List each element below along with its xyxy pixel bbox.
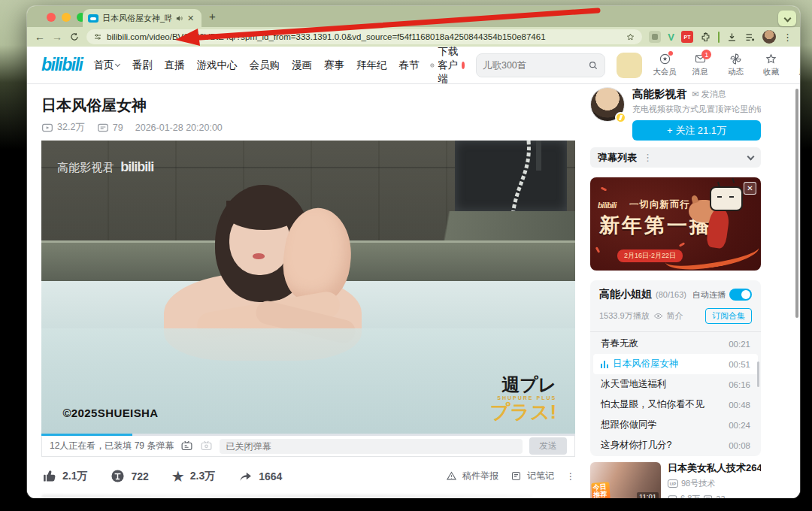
close-window-button[interactable] [47, 13, 56, 22]
danmaku-input[interactable] [220, 439, 523, 454]
reload-icon[interactable] [69, 32, 80, 42]
danmaku-list-bar[interactable]: 弹幕列表 ⋮ [590, 147, 761, 168]
search-icon[interactable] [588, 60, 598, 71]
tab-list-icon[interactable] [744, 32, 756, 43]
toolbar-divider [718, 32, 720, 43]
related-title[interactable]: 日本美女私人技术264P [668, 462, 761, 474]
collapse-chevron-button[interactable] [778, 11, 796, 26]
browser-toolbar: ← → V PT [27, 27, 800, 47]
episode-row-active[interactable]: 日本风俗屋女神 00:51 [593, 354, 758, 374]
report-icon [446, 470, 457, 482]
nav-manga[interactable]: 漫画 [292, 59, 312, 72]
nav-esports[interactable]: 赛事 [324, 59, 344, 72]
user-avatar[interactable] [617, 53, 642, 78]
uploader-info: 高能影视君 ✉ 发消息 充电视频获取方式见置顶评论里的链接 + 关注 21.1万 [632, 87, 761, 141]
nav-vip-shop[interactable]: 会员购 [249, 59, 280, 72]
extensions-puzzle-icon[interactable] [700, 32, 711, 43]
back-icon[interactable]: ← [35, 32, 45, 42]
nav-home[interactable]: 首页 [93, 59, 120, 72]
tab-close-icon[interactable]: ✕ [187, 14, 194, 23]
related-uploader[interactable]: UP 98号技术 [668, 478, 761, 489]
uploader-card: 高能影视君 ✉ 发消息 充电视频获取方式见置顶评论里的链接 + 关注 21.1万 [590, 87, 761, 141]
download-client-link[interactable]: 下载客户端 [430, 47, 465, 86]
header-item-favorites[interactable]: 收藏 [759, 53, 784, 77]
header-item-vip[interactable]: 大会员 [652, 53, 677, 77]
collection-card: 高能小姐姐 (80/163) 自动连播 1533.9万播放 简 [590, 280, 761, 456]
banner-close-icon[interactable]: ✕ [744, 182, 756, 195]
vue-devtools-icon[interactable]: V [668, 32, 674, 43]
pt-extension-icon[interactable]: PT [681, 31, 693, 43]
danmaku-settings-icon[interactable] [180, 440, 193, 452]
video-stats: 32.2万 79 2026-01-28 20:20:00 [41, 121, 575, 134]
note-icon [511, 470, 522, 482]
episode-row[interactable]: 怕太显眼，又怕你看不见 00:48 [599, 395, 752, 415]
danmaku-count: 79 [97, 122, 123, 134]
episode-row[interactable]: 想跟你做同学 00:24 [599, 415, 752, 435]
subscribe-collection-button[interactable]: 订阅合集 [705, 308, 752, 324]
forward-icon[interactable]: → [52, 32, 62, 42]
window-controls[interactable] [47, 13, 86, 22]
follow-button[interactable]: + 关注 21.1万 [632, 120, 761, 141]
search-input[interactable] [483, 60, 583, 71]
header-item-history[interactable]: 历史 [794, 53, 800, 77]
share-button[interactable]: 1664 [238, 468, 282, 484]
like-button[interactable]: 2.1万 [41, 468, 87, 484]
nav-bangumi[interactable]: 番剧 [132, 59, 152, 72]
episode-row[interactable]: 这身材你爱了吗? 00:10 [599, 455, 752, 456]
favorites-star-icon [765, 53, 777, 65]
collection-scrollbar[interactable] [757, 361, 759, 387]
page-scrollbar[interactable] [795, 89, 798, 318]
video-player[interactable]: 高能影视君 bilibili ©2025SHUEISHA 週プレ SHUPURE… [41, 141, 575, 434]
autoplay-toggle[interactable] [729, 289, 752, 301]
danmaku-send-button[interactable]: 发送 [529, 437, 567, 455]
browser-tab[interactable]: 日本风俗屋女神_哔哩哔哩_ ✕ [83, 9, 201, 27]
minimize-window-button[interactable] [62, 13, 71, 22]
shupure-plus-logo: 週プレ SHUPURE PLUS プラス! [490, 376, 557, 422]
bookmark-star-icon[interactable] [626, 32, 635, 42]
header-item-messages[interactable]: 1 消息 [687, 53, 713, 77]
download-circle-icon [430, 60, 435, 71]
danmaku-list-chevron-icon[interactable] [747, 153, 755, 160]
episode-row[interactable]: 冰天雪地送福利 06:16 [599, 374, 752, 395]
report-button[interactable]: 稿件举报 [446, 470, 498, 482]
browser-menu-icon[interactable]: ⋮ [783, 32, 792, 43]
player-watermark: 高能影视君 bilibili [57, 159, 153, 175]
send-message-link[interactable]: ✉ 发消息 [692, 89, 726, 100]
episode-row[interactable]: 这身材你打几分? 00:08 [599, 435, 752, 455]
collection-plays: 1533.9万播放 [599, 310, 650, 322]
bilibili-page: bilibili 首页 番剧 直播 游戏中心 会员购 漫画 赛事 拜年纪 春节 [27, 47, 800, 498]
collection-intro-link[interactable]: 简介 [667, 310, 683, 322]
envelope-icon: ✉ [692, 89, 699, 99]
nav-live[interactable]: 直播 [164, 59, 184, 72]
divider [590, 331, 761, 332]
danmaku-style-icon[interactable] [200, 440, 213, 452]
note-button[interactable]: 记笔记 [511, 470, 554, 482]
episode-row[interactable]: 青春无敌 00:21 [599, 334, 752, 354]
tab-audio-icon[interactable] [175, 14, 183, 23]
favorite-button[interactable]: ★ 2.3万 [171, 469, 215, 484]
danmaku-list-more-icon[interactable]: ⋮ [643, 152, 653, 163]
player-progress-bar[interactable] [41, 434, 575, 436]
uploader-avatar[interactable] [590, 87, 625, 122]
related-video[interactable]: 今日推荐 11:01 日本美女私人技术264P UP 98号技术 [590, 462, 761, 498]
extension-generic-icon[interactable] [649, 31, 661, 43]
header-item-dynamics[interactable]: 动态 [723, 53, 748, 77]
nav-spring-festival[interactable]: 春节 [398, 59, 419, 72]
promo-banner[interactable]: ✕ bilibili 一切向新而行 新年第一播 2月16日-2月22日 [590, 177, 761, 271]
bilibili-logo[interactable]: bilibili [41, 55, 82, 75]
search-box[interactable] [476, 53, 605, 77]
nav-bainianji[interactable]: 拜年纪 [356, 59, 387, 72]
desktop-bottom-strip [0, 498, 812, 511]
related-thumbnail[interactable]: 今日推荐 11:01 [590, 462, 661, 498]
more-actions-icon[interactable]: ⋮ [566, 471, 575, 482]
nav-game-center[interactable]: 游戏中心 [196, 59, 237, 72]
url-bar[interactable] [86, 29, 642, 44]
uploader-name[interactable]: 高能影视君 [632, 87, 687, 101]
downloads-icon[interactable] [726, 32, 738, 43]
url-input[interactable] [107, 32, 621, 41]
new-tab-button[interactable]: + [209, 10, 216, 23]
up-icon: UP [668, 479, 678, 488]
site-settings-icon[interactable] [93, 32, 102, 41]
coin-button[interactable]: 722 [110, 468, 148, 484]
browser-profile-avatar[interactable] [762, 30, 776, 44]
